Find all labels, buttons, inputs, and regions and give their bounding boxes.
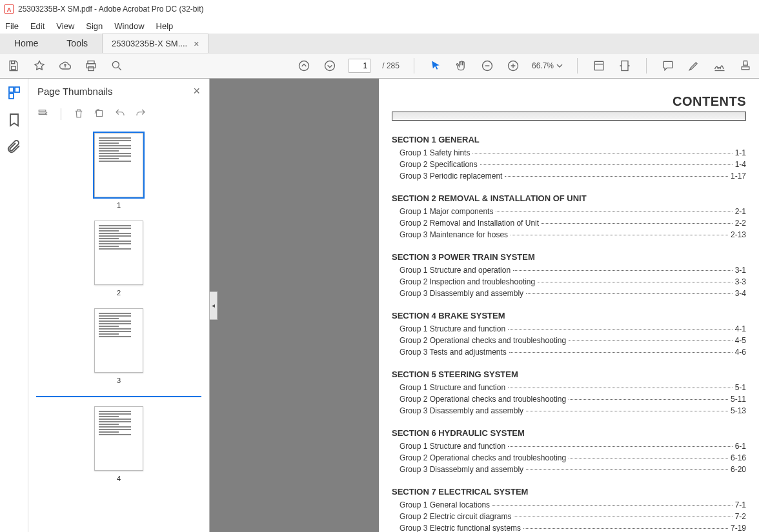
toc-leader (472, 153, 732, 153)
zoom-level-dropdown[interactable]: 66.7% (532, 61, 563, 70)
save-icon[interactable] (6, 59, 21, 73)
toc-leader (508, 329, 733, 330)
toc-label: Group 1 General locations (400, 499, 490, 511)
menu-view[interactable]: View (56, 21, 74, 31)
toc-label: Group 2 Electric circuit diagrams (400, 511, 511, 522)
thumbnails-close-button[interactable]: × (193, 84, 200, 98)
svg-rect-12 (594, 61, 603, 70)
hand-tool-icon[interactable] (454, 59, 469, 73)
page-total-label: / 285 (382, 61, 400, 70)
toc-page: 3-4 (735, 288, 746, 299)
toc-page: 6-1 (735, 440, 746, 452)
cloud-upload-icon[interactable] (58, 59, 72, 73)
toc-leader (492, 505, 733, 506)
toc-row: Group 3 Electric functional systems7-19 (392, 522, 746, 532)
toc-label: Group 1 Structure and function (400, 323, 505, 335)
svg-point-9 (325, 61, 335, 71)
fit-page-icon[interactable] (618, 59, 632, 73)
svg-rect-20 (97, 110, 103, 116)
thumbnail-page[interactable] (94, 133, 143, 197)
toolbar-divider (646, 58, 647, 74)
toc-page: 2-13 (731, 229, 746, 241)
thumbnails-rail-icon[interactable] (6, 85, 22, 101)
document-viewport[interactable]: ◂ CONTENTS SECTION 1 GENERALGroup 1 Safe… (210, 79, 759, 532)
thumb-options-icon[interactable] (37, 108, 49, 121)
thumbnail-label: 2 (117, 289, 121, 297)
thumb-rotate-icon[interactable] (94, 108, 105, 121)
toc-row: Group 1 Safety hints1-1 (392, 147, 746, 159)
tab-tools[interactable]: Tools (52, 34, 102, 53)
toc-section-title: SECTION 5 STEERING SYSTEM (392, 369, 746, 379)
thumb-redo-icon[interactable] (135, 108, 147, 121)
toc-label: Group 1 Major components (400, 206, 493, 217)
menu-window[interactable]: Window (114, 21, 144, 31)
attachment-rail-icon[interactable] (6, 139, 22, 155)
thumbnail-page[interactable] (94, 221, 143, 285)
app-pdf-icon: A (4, 4, 14, 14)
fit-width-icon[interactable] (592, 59, 606, 73)
comment-icon[interactable] (661, 59, 675, 73)
svg-rect-16 (15, 87, 19, 92)
select-tool-icon[interactable] (429, 59, 443, 73)
toc-label: Group 1 Safety hints (400, 147, 470, 159)
thumbnail-page[interactable] (94, 406, 143, 471)
svg-rect-14 (742, 67, 749, 70)
bookmark-rail-icon[interactable] (6, 112, 22, 128)
print-icon[interactable] (84, 59, 98, 73)
zoom-out-icon[interactable] (480, 59, 494, 73)
thumbnails-list[interactable]: 1234 (28, 125, 209, 532)
menu-file[interactable]: File (5, 21, 19, 31)
toc-section-title: SECTION 7 ELECTRICAL SYSTEM (392, 487, 746, 497)
menubar: File Edit View Sign Window Help (0, 18, 759, 34)
stamp-icon[interactable] (738, 59, 753, 73)
zoom-in-icon[interactable] (506, 59, 520, 73)
tab-home[interactable]: Home (0, 34, 52, 53)
toc-page: 1-1 (735, 147, 746, 159)
toc-row: Group 2 Operational checks and troublesh… (392, 452, 746, 464)
page-up-icon[interactable] (297, 59, 311, 73)
search-icon[interactable] (110, 59, 124, 73)
toc-row: Group 2 Operational checks and troublesh… (392, 393, 746, 405)
toc-leader (508, 446, 733, 447)
signature-icon[interactable] (713, 59, 727, 73)
star-icon[interactable] (32, 59, 46, 73)
toc-row: Group 2 Inspection and troubleshooting3-… (392, 276, 746, 288)
menu-help[interactable]: Help (156, 21, 174, 31)
svg-rect-19 (39, 113, 46, 114)
tab-close-button[interactable]: × (194, 39, 199, 49)
toc-label: Group 3 Maintenance for hoses (400, 229, 508, 241)
toc-leader (569, 399, 728, 400)
thumbnail-item[interactable]: 2 (28, 221, 209, 297)
toc-row: Group 1 General locations7-1 (392, 499, 746, 511)
toc-section: SECTION 2 REMOVAL & INSTALLATION OF UNIT… (392, 193, 746, 241)
toc-section: SECTION 6 HYDRAULIC SYSTEMGroup 1 Struct… (392, 428, 746, 475)
navigation-rail (0, 79, 28, 532)
contents-heading: CONTENTS (392, 94, 746, 109)
svg-rect-17 (9, 94, 14, 99)
toolbar: / 285 66.7% (0, 53, 759, 79)
thumb-insert-marker (36, 396, 201, 397)
toc-page: 7-1 (735, 499, 746, 511)
thumbnail-item[interactable]: 1 (28, 133, 209, 209)
toc-section-title: SECTION 4 BRAKE SYSTEM (392, 311, 746, 320)
thumbnail-item[interactable]: 3 (28, 308, 209, 384)
page-number-input[interactable] (349, 59, 370, 73)
thumb-undo-icon[interactable] (114, 108, 126, 121)
thumb-delete-icon[interactable] (73, 108, 85, 121)
toc-row: Group 3 Tests and adjustments4-6 (392, 346, 746, 358)
tab-document[interactable]: 25303235B-X SM.... × (102, 34, 208, 53)
tab-tools-label: Tools (66, 38, 88, 48)
thumbnail-item[interactable]: 4 (28, 406, 209, 482)
toc-label: Group 3 Periodic replacement (400, 170, 502, 182)
toc-label: Group 3 Electric functional systems (400, 522, 521, 532)
panel-collapse-handle[interactable]: ◂ (210, 291, 218, 320)
toc-leader (508, 388, 733, 388)
thumbnail-page[interactable] (94, 308, 143, 373)
chevron-down-icon (556, 63, 563, 69)
menu-edit[interactable]: Edit (30, 21, 45, 31)
toc-leader (526, 293, 733, 294)
menu-sign[interactable]: Sign (86, 21, 103, 31)
highlight-icon[interactable] (687, 59, 701, 73)
toolbar-divider (577, 58, 578, 74)
page-down-icon[interactable] (323, 59, 337, 73)
